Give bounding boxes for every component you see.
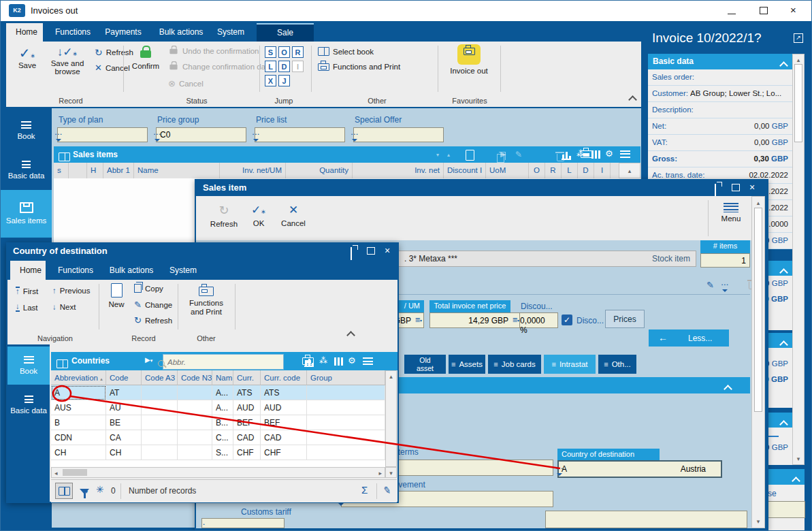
maximize-button[interactable] (732, 184, 740, 191)
panel-scrollbar[interactable]: ▴ ▾ (792, 54, 805, 465)
col-h[interactable]: H (87, 163, 103, 178)
dropdown-icon[interactable] (253, 135, 261, 142)
col-uom[interactable]: UoM (486, 163, 529, 178)
columns-icon[interactable] (334, 357, 343, 366)
panel-menu-icon[interactable] (620, 150, 630, 158)
sidebar-item-sales-items[interactable]: Sales items (1, 190, 52, 238)
col-i[interactable]: I (594, 163, 611, 178)
edit-icon[interactable]: ✎ (515, 150, 522, 159)
sidebar-item-basic-data[interactable]: Basic data (7, 386, 50, 424)
undo-confirmation-button[interactable]: Undo the confirmation (168, 47, 259, 55)
save-button[interactable]: ✓∗ Save (12, 45, 43, 88)
jump-o-button[interactable]: O (278, 46, 290, 58)
price-stack-icon[interactable]: ≣▾ (513, 316, 519, 323)
col-inv-net-um[interactable]: Inv. net/UM (220, 163, 286, 178)
change-button[interactable]: ✎Change (134, 300, 172, 310)
col-group[interactable]: Group (307, 370, 385, 385)
settings-gear-icon[interactable]: ⚙ (348, 357, 356, 365)
functions-wheel-icon[interactable]: ⁂ (319, 356, 327, 366)
previous-button[interactable]: ↑Previous (52, 287, 91, 295)
next-button[interactable]: ↓Next (52, 303, 76, 311)
col-curr[interactable]: Curr. (233, 370, 261, 385)
search-input[interactable] (166, 355, 264, 368)
close-button[interactable]: × (749, 183, 755, 191)
new-button[interactable]: New (101, 283, 131, 325)
asterisk-icon[interactable]: ✳ (96, 484, 104, 495)
country-cell[interactable]: AUS (51, 400, 106, 415)
price-group-field[interactable]: C0 (156, 127, 246, 142)
col-abbr1[interactable]: Abbr 1 (103, 163, 134, 178)
new-record-icon[interactable] (466, 150, 474, 161)
tab-other[interactable]: ≡Oth... (598, 355, 636, 374)
functions-and-print-button[interactable]: Functions and Print (182, 283, 231, 331)
countries-vscrollbar-down[interactable]: ▾ (385, 467, 397, 478)
col-curr-code[interactable]: Curr. code (261, 370, 307, 385)
columns-icon[interactable] (591, 150, 600, 159)
change-confirmation-date-button[interactable]: Change confirmation date (168, 63, 272, 71)
dropdown-icon[interactable] (721, 286, 730, 293)
chart-icon[interactable] (304, 357, 314, 367)
tab-job-cards[interactable]: ≡Job cards (488, 355, 541, 374)
prices-button[interactable]: Prices (605, 310, 645, 328)
jump-i-button[interactable]: I (292, 61, 304, 72)
sidebar-item-basic-data[interactable]: Basic data (1, 152, 52, 189)
jump-l-button[interactable]: L (265, 61, 276, 72)
minimize-button[interactable] (728, 8, 736, 14)
col-name[interactable]: Name (134, 163, 220, 178)
country-cell[interactable]: B (51, 415, 106, 430)
invoice-out-button[interactable]: Invoice out (444, 44, 493, 89)
tab-system[interactable]: System (157, 261, 209, 280)
run-icon[interactable]: ▶ (500, 150, 506, 159)
functions-wheel-icon[interactable]: ⁂ (576, 149, 585, 159)
basic-data-header[interactable]: Basic data (648, 54, 792, 69)
cancel-button[interactable]: ✕Cancel (95, 63, 130, 73)
tab-home[interactable]: Home (10, 261, 46, 280)
dropdown-icon[interactable] (55, 135, 63, 142)
description-field[interactable] (545, 511, 747, 528)
less-button[interactable]: ← Less... (649, 329, 729, 347)
sidebar-item-book[interactable]: Book (7, 347, 50, 385)
chart-icon[interactable] (562, 150, 571, 160)
dialog-scrollbar[interactable]: ▴ ▾ (751, 196, 765, 528)
jump-d-button[interactable]: D (278, 61, 290, 72)
discount-checkbox[interactable]: ✓ (562, 315, 572, 325)
countries-hscrollbar[interactable]: ◂ ▸ (51, 467, 385, 478)
customs-tariff-field[interactable] (201, 518, 285, 528)
edit-pencil-icon[interactable]: ✎ (383, 484, 392, 496)
col-inv-net[interactable]: Inv. net (353, 163, 444, 178)
col-s[interactable]: s (54, 163, 69, 178)
close-button[interactable]: × (790, 5, 796, 15)
sum-sigma-icon[interactable]: Σ (361, 484, 368, 496)
sidebar-item-book[interactable]: Book (1, 112, 52, 149)
dialog-ok-button[interactable]: ✓∗OK (245, 203, 272, 227)
settings-gear-icon[interactable]: ⚙ (605, 150, 613, 158)
functions-and-print-button[interactable]: Functions and Print (318, 63, 400, 71)
country-cell[interactable]: A (51, 385, 106, 400)
col-blank[interactable] (69, 163, 87, 178)
country-of-destination-field[interactable]: A Austria (557, 460, 722, 478)
sort-desc-icon[interactable]: ▾ (436, 152, 439, 158)
col-code[interactable]: Code (106, 370, 142, 385)
jump-x-button[interactable]: X (265, 75, 276, 86)
col-d[interactable]: D (578, 163, 594, 178)
tab-home[interactable]: Home (6, 23, 43, 42)
col-quantity[interactable]: Quantity (286, 163, 353, 178)
tab-bulk-actions[interactable]: Bulk actions (97, 261, 165, 280)
col-discount[interactable]: Discount I (444, 163, 486, 178)
col-code-n3[interactable]: Code N3 (178, 370, 212, 385)
book-view-button[interactable] (55, 483, 73, 499)
dialog-cancel-button[interactable]: ✕Cancel (275, 203, 312, 227)
total-net-price-field[interactable]: 14,29 GBP ≣▾ (429, 312, 521, 328)
col-name[interactable]: Nam (212, 370, 233, 385)
countries-vscrollbar[interactable]: ▴ (385, 370, 397, 467)
dialog-refresh-button[interactable]: ↻Refresh (206, 203, 242, 228)
tab-old-asset[interactable]: Old asset (404, 355, 446, 374)
refresh-button[interactable]: ↻Refresh (134, 315, 172, 325)
cancel-status-button[interactable]: ⊗Cancel (168, 78, 204, 88)
save-and-browse-button[interactable]: ↓✓∗ Save and browse (46, 45, 89, 88)
ribbon-collapse-button[interactable] (348, 329, 354, 341)
dropdown-icon[interactable] (154, 135, 162, 142)
special-offer-field[interactable] (353, 127, 444, 142)
tab-sale-items[interactable]: Sale items (257, 23, 314, 42)
col-l[interactable]: L (562, 163, 578, 178)
